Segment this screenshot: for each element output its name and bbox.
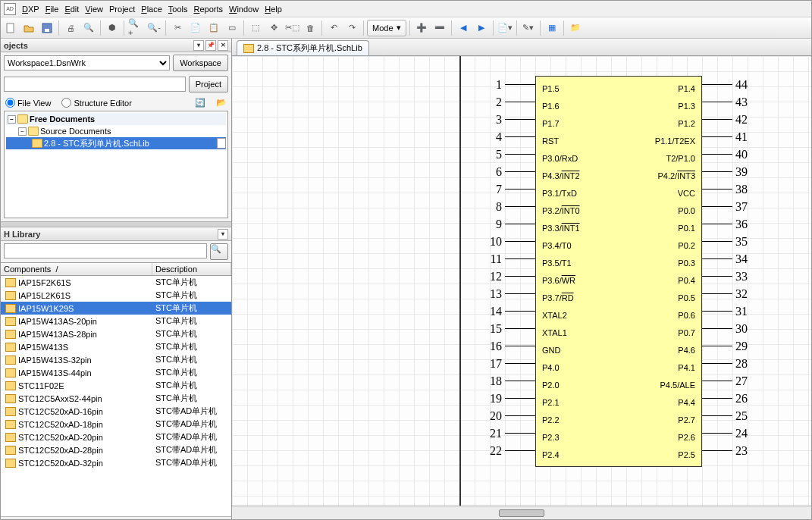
component-row[interactable]: STC12C5AxxS2-44pinSTC单片机 (1, 392, 231, 405)
schlib-search-icon[interactable]: 🔍 (210, 243, 228, 260)
pin-right[interactable]: 26 (702, 390, 755, 407)
tool-clear-icon[interactable]: 🗑 (302, 20, 318, 36)
pin-right[interactable]: 30 (702, 320, 755, 337)
project-path-input[interactable] (4, 77, 186, 92)
pin-right[interactable]: 37 (702, 198, 755, 215)
pin-right[interactable]: 34 (702, 250, 755, 268)
tool-deselect-icon[interactable]: ✂⬚ (284, 20, 300, 36)
tool-paste-icon[interactable]: 📋 (205, 20, 222, 36)
menu-help[interactable]: Help (262, 3, 285, 15)
component-row[interactable]: IAP15W1K29SSTC单片机 (1, 302, 231, 315)
pin-left[interactable]: 12 (482, 268, 535, 285)
component-row[interactable]: IAP15W413SSTC单片机 (1, 340, 231, 353)
pin-left[interactable]: 7 (482, 180, 535, 198)
pin-left[interactable]: 6 (482, 163, 535, 180)
menu-tools[interactable]: Tools (165, 3, 191, 15)
pin-right[interactable]: 28 (702, 355, 755, 372)
menu-edit[interactable]: Edit (61, 3, 82, 15)
menu-dxp[interactable]: DXP (19, 3, 42, 15)
pin-right[interactable]: 27 (702, 372, 755, 390)
component-row[interactable]: STC12C520xAD-28pinSTC带AD单片机 (1, 443, 231, 456)
component-row[interactable]: STC12C520xAD-32pinSTC带AD单片机 (1, 456, 231, 469)
component-row[interactable]: IAP15W413S-32pinSTC单片机 (1, 353, 231, 366)
pin-left[interactable]: 20 (482, 407, 535, 424)
pin-right[interactable]: 31 (702, 302, 755, 320)
component-symbol[interactable]: 12345678910111213141516171819202122 P1.5… (482, 76, 755, 467)
tool-move-icon[interactable]: ✥ (265, 20, 282, 36)
pin-left[interactable]: 4 (482, 128, 535, 146)
component-row[interactable]: IAP15W413S-44pinSTC单片机 (1, 366, 231, 379)
project-button[interactable]: Project (189, 76, 228, 92)
project-tree[interactable]: −Free Documents −Source Documents 2.8 - … (4, 111, 228, 218)
panel-close-icon[interactable]: ✕ (218, 40, 228, 51)
pin-left[interactable]: 22 (482, 442, 535, 459)
pin-left[interactable]: 8 (482, 198, 535, 215)
pin-left[interactable]: 11 (482, 250, 535, 268)
schematic-canvas[interactable]: 12345678910111213141516171819202122 P1.5… (232, 55, 811, 506)
pin-right[interactable]: 32 (702, 285, 755, 302)
horizontal-scrollbar[interactable] (232, 506, 811, 519)
tool-misc-icon[interactable]: 📁 (567, 20, 584, 36)
structure-editor-radio[interactable]: Structure Editor (61, 98, 131, 108)
tool-zoomin-icon[interactable]: 🔍+ (127, 20, 144, 36)
tool-zoomout-icon[interactable]: 🔍- (146, 20, 162, 36)
menu-window[interactable]: Window (226, 3, 262, 15)
pin-right[interactable]: 42 (702, 111, 755, 128)
panel-splitter[interactable] (1, 221, 231, 227)
file-view-radio[interactable]: File View (5, 98, 51, 108)
menu-reports[interactable]: Reports (191, 3, 227, 15)
pin-right[interactable]: 38 (702, 180, 755, 198)
tool-place1-icon[interactable]: 📄▾ (497, 20, 513, 36)
schlib-filter-input[interactable] (4, 243, 207, 258)
tool-undo-icon[interactable]: ↶ (325, 20, 342, 36)
pin-right[interactable]: 35 (702, 233, 755, 250)
tree-source-documents[interactable]: −Source Documents (6, 125, 226, 137)
panel-pin-icon[interactable]: 📌 (205, 40, 216, 51)
component-row[interactable]: IAP15L2K61SSTC单片机 (1, 289, 231, 302)
tool-prev-icon[interactable]: ◀ (455, 20, 472, 36)
pin-left[interactable]: 13 (482, 285, 535, 302)
pin-right[interactable]: 44 (702, 76, 755, 93)
pin-left[interactable]: 1 (482, 76, 535, 93)
pin-left[interactable]: 18 (482, 372, 535, 390)
component-row[interactable]: IAP15W413AS-28pinSTC单片机 (1, 327, 231, 340)
pin-left[interactable]: 9 (482, 215, 535, 233)
pin-right[interactable]: 36 (702, 215, 755, 233)
pin-left[interactable]: 21 (482, 424, 535, 442)
pin-left[interactable]: 10 (482, 233, 535, 250)
tool-open-icon[interactable] (20, 20, 37, 36)
proj-refresh-icon[interactable]: 🔄 (195, 98, 205, 108)
component-row[interactable]: STC12C520xAD-18pinSTC带AD单片机 (1, 418, 231, 431)
tool-new-icon[interactable] (2, 20, 19, 36)
component-row[interactable]: IAP15W413AS-20pinSTC单片机 (1, 315, 231, 327)
tree-doc-schlib[interactable]: 2.8 - STC系列单片机.SchLib (6, 137, 226, 149)
component-row[interactable]: IAP15F2K61SSTC单片机 (1, 276, 231, 289)
workspace-button[interactable]: Workspace (173, 55, 228, 71)
menu-place[interactable]: Place (138, 3, 165, 15)
component-row[interactable]: STC12C520xAD-20pinSTC带AD单片机 (1, 431, 231, 443)
tree-free-documents[interactable]: −Free Documents (6, 113, 226, 125)
component-row[interactable]: STC11F02ESTC单片机 (1, 379, 231, 392)
pin-right[interactable]: 23 (702, 442, 755, 459)
tool-select-icon[interactable]: ⬚ (247, 20, 264, 36)
tool-minus-icon[interactable]: ➖ (431, 20, 448, 36)
pin-right[interactable]: 33 (702, 268, 755, 285)
pin-left[interactable]: 2 (482, 93, 535, 111)
schlib-menu-icon[interactable]: ▾ (218, 229, 228, 240)
menu-view[interactable]: View (82, 3, 106, 15)
tool-preview-icon[interactable]: 🔍 (80, 20, 97, 36)
pin-right[interactable]: 39 (702, 163, 755, 180)
pin-right[interactable]: 29 (702, 337, 755, 355)
pin-left[interactable]: 15 (482, 320, 535, 337)
mode-dropdown[interactable]: Mode▾ (367, 20, 406, 36)
tool-next-icon[interactable]: ▶ (473, 20, 490, 36)
pin-left[interactable]: 3 (482, 111, 535, 128)
panel-menu-icon[interactable]: ▾ (193, 40, 204, 51)
pin-left[interactable]: 17 (482, 355, 535, 372)
menu-project[interactable]: Project (106, 3, 138, 15)
pin-left[interactable]: 5 (482, 146, 535, 163)
pin-left[interactable]: 14 (482, 302, 535, 320)
tool-save-icon[interactable] (39, 20, 55, 36)
pin-right[interactable]: 25 (702, 407, 755, 424)
component-row[interactable]: STC12C520xAD-16pinSTC带AD单片机 (1, 405, 231, 418)
